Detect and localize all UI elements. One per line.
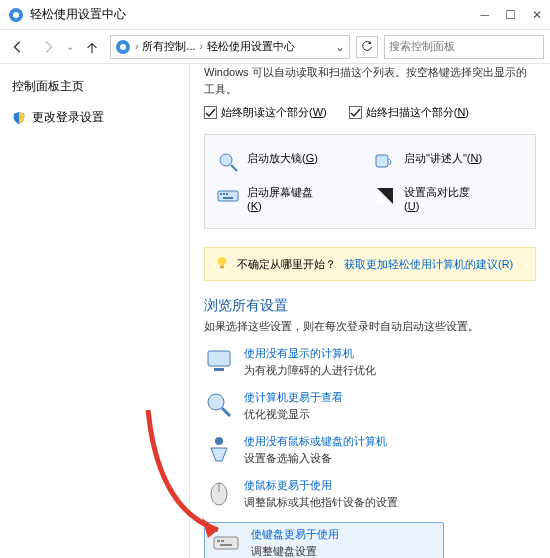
svg-point-19	[208, 394, 224, 410]
option-desc: 调整键盘设置	[251, 544, 339, 558]
keyboard-small-icon	[211, 527, 241, 557]
browse-title: 浏览所有设置	[204, 297, 536, 315]
keyboard-icon	[217, 185, 239, 207]
up-button[interactable]	[80, 35, 104, 59]
titlebar: 轻松使用设置中心 ─ ☐ ✕	[0, 0, 550, 30]
check-read-section[interactable]: 始终朗读这个部分(W)	[204, 105, 327, 120]
option-desc: 调整鼠标或其他指针设备的设置	[244, 495, 398, 510]
sidebar-home[interactable]: 控制面板主页	[12, 78, 177, 95]
lightbulb-icon	[215, 256, 229, 272]
intro-text: Windows 可以自动读取和扫描这个列表。按空格键选择突出显示的工具。	[204, 64, 536, 97]
chevron-right-icon: ›	[200, 41, 203, 52]
svg-rect-24	[214, 537, 238, 549]
option-no-display[interactable]: 使用没有显示的计算机 为有视力障碍的人进行优化	[204, 346, 536, 378]
svg-rect-26	[221, 540, 224, 542]
forward-button[interactable]	[36, 35, 60, 59]
option-desc: 设置备选输入设备	[244, 451, 387, 466]
option-title: 使用没有显示的计算机	[244, 346, 376, 361]
option-title: 使计算机更易于查看	[244, 390, 343, 405]
tools-grid: 启动放大镜(G) 启动"讲述人"(N) 启动屏幕键盘(K)	[204, 134, 536, 229]
narrator-icon	[374, 151, 396, 173]
svg-rect-17	[208, 351, 230, 366]
check-scan-section[interactable]: 始终扫描这个部分(N)	[349, 105, 469, 120]
svg-rect-4	[205, 107, 217, 119]
svg-rect-18	[214, 368, 224, 371]
breadcrumb-seg[interactable]: 轻松使用设置中心	[207, 39, 295, 54]
mouse-icon	[204, 478, 234, 508]
svg-rect-16	[220, 266, 224, 269]
monitor-off-icon	[204, 346, 234, 376]
search-input[interactable]: 搜索控制面板	[384, 35, 544, 59]
recent-dropdown[interactable]: ⌄	[66, 41, 74, 52]
hint-prefix: 不确定从哪里开始？	[237, 257, 336, 272]
svg-point-1	[13, 12, 19, 18]
svg-rect-9	[218, 191, 238, 201]
shield-icon	[12, 111, 26, 125]
address-bar[interactable]: › 所有控制... › 轻松使用设置中心 ⌄	[110, 35, 350, 59]
svg-rect-12	[226, 193, 228, 195]
hint-bar: 不确定从哪里开始？ 获取更加轻松使用计算机的建议(R)	[204, 247, 536, 281]
window-title: 轻松使用设置中心	[30, 6, 480, 23]
search-placeholder: 搜索控制面板	[389, 39, 455, 54]
address-dropdown[interactable]: ⌄	[329, 40, 345, 54]
control-panel-icon	[8, 7, 24, 23]
tool-magnifier[interactable]: 启动放大镜(G)	[213, 145, 370, 179]
navbar: ⌄ › 所有控制... › 轻松使用设置中心 ⌄ 搜索控制面板	[0, 30, 550, 64]
option-title: 使鼠标更易于使用	[244, 478, 398, 493]
option-mouse-easier[interactable]: 使鼠标更易于使用 调整鼠标或其他指针设备的设置	[204, 478, 536, 510]
sidebar-login-label: 更改登录设置	[32, 109, 104, 126]
control-panel-icon	[115, 39, 131, 55]
option-title: 使用没有鼠标或键盘的计算机	[244, 434, 387, 449]
sidebar: 控制面板主页 更改登录设置	[0, 64, 190, 558]
option-desc: 为有视力障碍的人进行优化	[244, 363, 376, 378]
svg-rect-13	[223, 197, 233, 199]
zoom-icon	[204, 390, 234, 420]
minimize-button[interactable]: ─	[480, 8, 489, 22]
tool-contrast[interactable]: 设置高对比度(U)	[370, 179, 527, 218]
chevron-right-icon: ›	[135, 41, 138, 52]
svg-rect-27	[220, 544, 232, 546]
sidebar-login-settings[interactable]: 更改登录设置	[12, 109, 177, 126]
main-content: Windows 可以自动读取和扫描这个列表。按空格键选择突出显示的工具。 始终朗…	[190, 64, 550, 558]
svg-rect-8	[376, 155, 388, 167]
maximize-button[interactable]: ☐	[505, 8, 516, 22]
svg-rect-10	[220, 193, 222, 195]
magnifier-icon	[217, 151, 239, 173]
svg-point-21	[215, 437, 223, 445]
svg-point-15	[218, 257, 227, 266]
svg-rect-25	[217, 540, 220, 542]
refresh-button[interactable]	[356, 36, 378, 58]
svg-rect-5	[349, 107, 361, 119]
option-easier-to-see[interactable]: 使计算机更易于查看 优化视觉显示	[204, 390, 536, 422]
option-keyboard-easier[interactable]: 使键盘更易于使用 调整键盘设置	[204, 522, 444, 558]
hint-link[interactable]: 获取更加轻松使用计算机的建议(R)	[344, 257, 513, 272]
accessibility-icon	[204, 434, 234, 464]
browse-sub: 如果选择这些设置，则在每次登录时自动启动这些设置。	[204, 319, 536, 334]
option-title: 使键盘更易于使用	[251, 527, 339, 542]
checkbox-row: 始终朗读这个部分(W) 始终扫描这个部分(N)	[204, 105, 536, 120]
svg-point-6	[220, 154, 232, 166]
svg-line-7	[231, 165, 237, 171]
option-desc: 优化视觉显示	[244, 407, 343, 422]
svg-point-3	[120, 44, 126, 50]
breadcrumb-seg[interactable]: 所有控制...	[142, 39, 195, 54]
option-no-mouse-keyboard[interactable]: 使用没有鼠标或键盘的计算机 设置备选输入设备	[204, 434, 536, 466]
back-button[interactable]	[6, 35, 30, 59]
tool-narrator[interactable]: 启动"讲述人"(N)	[370, 145, 527, 179]
tool-osk[interactable]: 启动屏幕键盘(K)	[213, 179, 370, 218]
svg-rect-11	[223, 193, 225, 195]
close-button[interactable]: ✕	[532, 8, 542, 22]
svg-line-20	[222, 408, 230, 416]
contrast-icon	[374, 185, 396, 207]
